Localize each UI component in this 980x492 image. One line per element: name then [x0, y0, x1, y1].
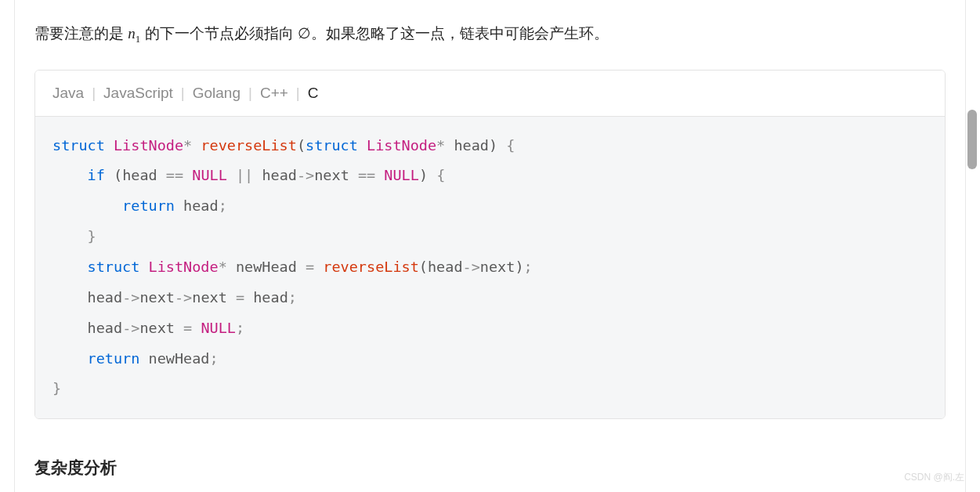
- tab-c[interactable]: C: [308, 85, 319, 101]
- tab-separator: |: [181, 85, 185, 101]
- tab-cpp[interactable]: C++: [260, 85, 288, 101]
- tab-golang[interactable]: Golang: [193, 85, 240, 101]
- intro-suffix: 。如果忽略了这一点，链表中可能会产生环。: [311, 25, 609, 42]
- watermark: CSDN @阎.左: [904, 471, 964, 484]
- language-tab-bar: Java|JavaScript|Golang|C++|C: [35, 71, 945, 117]
- empty-set-symbol: ∅: [298, 25, 311, 42]
- intro-prefix: 需要注意的是: [34, 25, 128, 42]
- tab-separator: |: [296, 85, 300, 101]
- math-variable: n: [128, 25, 136, 42]
- content-area: 需要注意的是 n1 的下一个节点必须指向 ∅。如果忽略了这一点，链表中可能会产生…: [15, 0, 965, 479]
- scrollbar-thumb[interactable]: [967, 110, 977, 169]
- section-heading: 复杂度分析: [34, 450, 946, 479]
- intro-mid: 的下一个节点必须指向: [140, 25, 298, 42]
- code-block: Java|JavaScript|Golang|C++|C struct List…: [34, 70, 946, 420]
- tab-separator: |: [92, 85, 96, 101]
- scrollbar-track[interactable]: [967, 0, 978, 492]
- tab-java[interactable]: Java: [52, 85, 84, 101]
- intro-paragraph: 需要注意的是 n1 的下一个节点必须指向 ∅。如果忽略了这一点，链表中可能会产生…: [34, 0, 946, 70]
- article-container: 需要注意的是 n1 的下一个节点必须指向 ∅。如果忽略了这一点，链表中可能会产生…: [14, 0, 966, 492]
- code-content: struct ListNode* reverseList(struct List…: [52, 131, 928, 405]
- tab-separator: |: [248, 85, 252, 101]
- tab-javascript[interactable]: JavaScript: [103, 85, 173, 101]
- code-body: struct ListNode* reverseList(struct List…: [35, 117, 945, 419]
